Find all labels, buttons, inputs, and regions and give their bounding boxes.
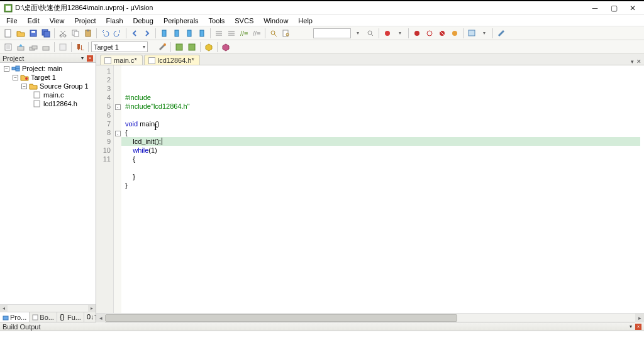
save-all-icon[interactable] [40, 28, 52, 39]
menu-peripherals[interactable]: Peripherals [160, 16, 203, 25]
code-editor[interactable]: 1234567891011 -- I #include#include"lcd1… [96, 65, 644, 313]
expander-icon[interactable]: − [4, 66, 9, 72]
code-line[interactable]: { [125, 155, 644, 163]
find-files-icon[interactable] [280, 28, 292, 39]
close-button[interactable]: ✕ [629, 4, 636, 13]
breakpoint-disable-icon[interactable] [424, 28, 435, 39]
cut-icon[interactable] [57, 28, 69, 39]
menu-help[interactable]: Help [294, 16, 316, 25]
manage-rte-icon[interactable] [174, 41, 185, 53]
menu-window[interactable]: Window [260, 16, 292, 25]
code-line[interactable]: while(1) [125, 146, 644, 155]
pane-close-icon[interactable]: × [87, 55, 93, 62]
options-icon[interactable] [157, 41, 168, 53]
redo-icon[interactable] [112, 28, 123, 39]
editor-hscroll[interactable]: ◂▸ [96, 313, 644, 322]
pane-dropdown-icon[interactable]: ▾ [79, 55, 86, 62]
editor-tab[interactable]: main.c* [100, 55, 143, 65]
project-hscroll[interactable]: ◂▸ [0, 304, 96, 312]
tab-close-icon[interactable]: ✕ [636, 58, 641, 65]
menu-debug[interactable]: Debug [130, 16, 157, 25]
select-packs-icon[interactable] [186, 41, 197, 53]
indent-icon[interactable] [213, 28, 225, 39]
pane-close-icon[interactable]: × [635, 324, 641, 330]
target-dropdown-icon[interactable] [149, 41, 155, 53]
pack-installer-icon[interactable] [203, 41, 214, 53]
undo-icon[interactable] [99, 28, 111, 39]
maximize-button[interactable]: ▢ [610, 4, 618, 13]
comment-icon[interactable]: //≡ [238, 28, 250, 39]
find-dropdown-icon[interactable]: ▾ [352, 28, 364, 39]
editor-tab[interactable]: lcd12864.h* [144, 55, 200, 65]
bookmark-prev-icon[interactable] [171, 28, 182, 39]
menu-svcs[interactable]: SVCS [231, 16, 257, 25]
stop-build-icon[interactable] [57, 41, 69, 53]
debug-dropdown-icon[interactable]: ▾ [394, 28, 406, 39]
svg-point-37 [164, 43, 166, 46]
code-line[interactable]: #include"lcd12864.h" [125, 102, 644, 111]
project-tab[interactable]: Pro... [0, 312, 30, 322]
download-icon[interactable]: LOAD [74, 41, 86, 53]
config-icon[interactable] [496, 28, 507, 39]
code-line[interactable]: void main() [125, 119, 644, 128]
code-line[interactable] [125, 163, 644, 172]
code-line[interactable]: } [125, 181, 644, 190]
code-area[interactable]: I #include#include"lcd12864.h"void main(… [121, 65, 644, 313]
bookmark-icon[interactable] [158, 28, 170, 39]
find-icon[interactable] [268, 28, 279, 39]
fold-icon[interactable]: - [115, 131, 121, 136]
copy-icon[interactable] [70, 28, 81, 39]
menu-view[interactable]: View [46, 16, 69, 25]
fold-gutter[interactable]: -- [114, 65, 121, 313]
code-line[interactable]: #include [125, 93, 644, 102]
build-icon[interactable] [15, 41, 26, 53]
minimize-button[interactable]: ─ [591, 4, 599, 13]
debug-icon[interactable] [382, 28, 393, 39]
menu-tools[interactable]: Tools [205, 16, 229, 25]
books-icon[interactable] [220, 41, 231, 53]
code-line[interactable]: } [125, 172, 644, 181]
project-tab[interactable]: {}Fu... [57, 312, 84, 322]
translate-icon[interactable] [3, 41, 14, 53]
save-icon[interactable] [28, 28, 39, 39]
tree-project[interactable]: − Project: main [1, 64, 96, 73]
nav-fwd-icon[interactable] [142, 28, 153, 39]
expander-icon[interactable]: − [21, 84, 27, 89]
target-selector[interactable]: Target 1 [91, 41, 148, 52]
window-icon[interactable] [466, 28, 477, 39]
bookmark-next-icon[interactable] [184, 28, 195, 39]
batch-build-icon[interactable] [40, 41, 52, 53]
menu-project[interactable]: Project [70, 16, 99, 25]
bookmark-clear-icon[interactable] [196, 28, 208, 39]
expander-icon[interactable]: − [13, 75, 18, 80]
rebuild-icon[interactable] [28, 41, 39, 53]
code-line[interactable]: lcd_init(); [121, 137, 640, 146]
paste-icon[interactable] [82, 28, 94, 39]
pane-dropdown-icon[interactable]: ▾ [628, 324, 634, 330]
tree-group[interactable]: − Source Group 1 [1, 82, 96, 90]
uncomment-icon[interactable]: //≡ [251, 28, 262, 39]
tree-file[interactable]: lcd12864.h [1, 99, 96, 108]
tree-target[interactable]: − Target 1 [1, 73, 96, 82]
outdent-icon[interactable] [226, 28, 237, 39]
project-tab[interactable]: Bo... [30, 312, 57, 322]
find-combo[interactable] [313, 28, 351, 38]
fold-icon[interactable]: - [115, 104, 121, 110]
menu-file[interactable]: File [3, 16, 21, 25]
tree-file[interactable]: main.c [1, 90, 96, 99]
menu-flash[interactable]: Flash [103, 16, 127, 25]
build-output-body[interactable] [0, 331, 644, 362]
tab-dropdown-icon[interactable]: ▾ [631, 58, 634, 65]
breakpoint-enable-icon[interactable] [449, 28, 460, 39]
project-tree[interactable]: − Project: main − Target 1 − Source Grou… [0, 63, 96, 304]
code-line[interactable]: { [125, 128, 644, 137]
breakpoint-kill-icon[interactable] [436, 28, 448, 39]
menu-edit[interactable]: Edit [24, 16, 43, 25]
new-file-icon[interactable] [3, 28, 14, 39]
open-file-icon[interactable] [15, 28, 26, 39]
incremental-find-icon[interactable] [365, 28, 376, 39]
code-line[interactable] [125, 111, 644, 119]
window-dropdown-icon[interactable]: ▾ [479, 28, 490, 39]
breakpoint-icon[interactable] [411, 28, 423, 39]
nav-back-icon[interactable] [129, 28, 140, 39]
